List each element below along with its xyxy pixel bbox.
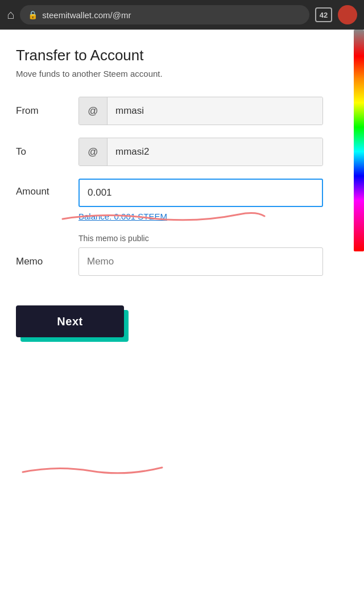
page-subtitle: Move funds to another Steem account. xyxy=(16,69,348,78)
memo-row: Memo xyxy=(16,247,348,276)
to-label: To xyxy=(16,146,78,158)
avatar[interactable] xyxy=(338,5,357,24)
next-button[interactable]: Next xyxy=(16,305,124,337)
browser-bar: ⌂ 🔒 steemitwallet.com/@mr 42 xyxy=(0,0,364,30)
next-button-wrapper: Next xyxy=(16,305,124,337)
memo-label: Memo xyxy=(16,256,78,267)
balance-text: Balance: 0.001 STEEM xyxy=(78,212,323,221)
amount-input-wrapper: Balance: 0.001 STEEM xyxy=(78,179,323,221)
to-input-wrapper: @ xyxy=(78,138,323,166)
memo-input[interactable] xyxy=(78,247,323,276)
from-input[interactable] xyxy=(107,97,322,125)
from-label: From xyxy=(16,105,78,117)
from-input-wrapper: @ xyxy=(78,97,323,125)
to-input[interactable] xyxy=(107,138,322,166)
amount-label: Amount xyxy=(16,179,78,197)
tab-badge[interactable]: 42 xyxy=(315,7,332,22)
lock-icon: 🔒 xyxy=(28,10,38,19)
url-bar[interactable]: 🔒 steemitwallet.com/@mr xyxy=(20,5,309,24)
scribble-next-annotation xyxy=(11,461,171,481)
to-row: To @ xyxy=(16,138,348,166)
url-text: steemitwallet.com/@mr xyxy=(42,10,131,20)
page-title: Transfer to Account xyxy=(16,47,348,64)
from-row: From @ xyxy=(16,97,348,125)
from-at-symbol: @ xyxy=(79,97,107,125)
home-icon[interactable]: ⌂ xyxy=(7,7,14,22)
amount-row: Amount Balance: 0.001 STEEM xyxy=(16,179,348,221)
amount-input[interactable] xyxy=(78,179,323,207)
page-content: Transfer to Account Move funds to anothe… xyxy=(0,30,364,360)
memo-note: This memo is public xyxy=(78,234,348,243)
to-at-symbol: @ xyxy=(79,138,107,166)
